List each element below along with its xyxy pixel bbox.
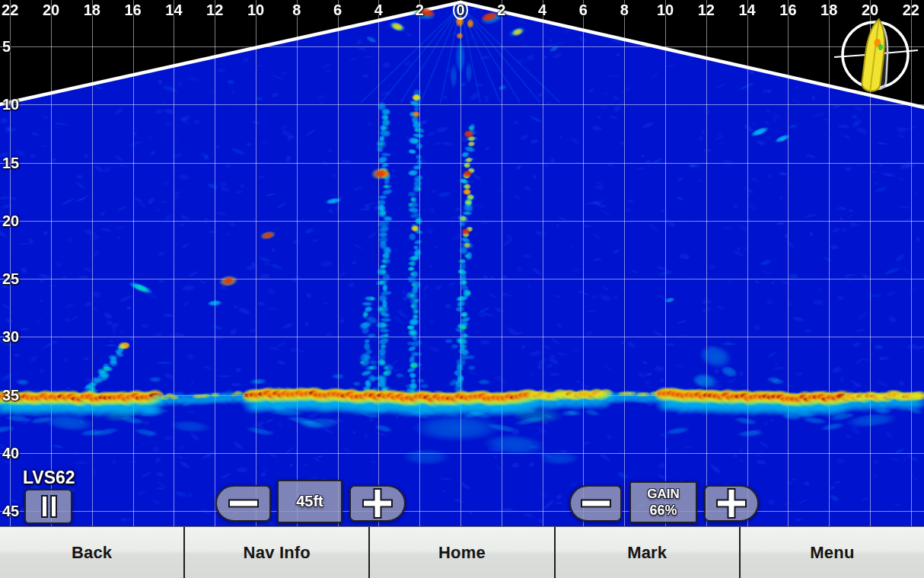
fishfinder-screen: 2220181614121086420246810121416182022 51…	[0, 0, 924, 578]
plus-icon	[360, 486, 395, 521]
range-value-display: 45ft	[277, 480, 343, 523]
distance-tick-label: 14	[738, 2, 755, 18]
depth-tick-label: 30	[2, 329, 19, 344]
depth-tick-label: 10	[2, 97, 19, 112]
distance-tick-label: 0	[456, 2, 464, 18]
depth-tick-label: 40	[2, 445, 19, 460]
depth-tick-label: 35	[2, 387, 19, 402]
distance-tick-label: 2	[416, 2, 424, 18]
boat-orientation-indicator	[831, 9, 922, 94]
plus-icon	[714, 486, 749, 521]
menu-button-label: Mark	[627, 543, 667, 563]
gain-increase-button[interactable]	[704, 485, 759, 522]
gain-label: GAIN	[647, 487, 680, 502]
menu-button-label: Menu	[810, 543, 854, 563]
gain-value-text: 66%	[649, 503, 677, 519]
distance-tick-label: 16	[124, 2, 141, 18]
gain-value-display: GAIN 66%	[629, 481, 697, 523]
depth-tick-label: 15	[2, 155, 19, 170]
distance-tick-label: 8	[292, 2, 301, 18]
menu-button-home[interactable]: Home	[368, 527, 553, 578]
distance-tick-label: 10	[657, 2, 674, 18]
depth-tick-label: 20	[2, 212, 19, 228]
distance-tick-label: 18	[84, 2, 100, 18]
menu-button-nav-info[interactable]: Nav Info	[183, 527, 368, 578]
depth-tick-label: 5	[2, 39, 11, 54]
distance-tick-label: 16	[779, 2, 796, 18]
menu-button-label: Home	[438, 543, 486, 563]
distance-tick-label: 4	[374, 2, 383, 18]
distance-tick-label: 14	[165, 2, 182, 18]
gain-decrease-button[interactable]	[569, 485, 622, 522]
distance-tick-label: 12	[698, 2, 715, 18]
range-value-text: 45ft	[296, 493, 323, 510]
distance-tick-label: 6	[579, 2, 588, 18]
range-decrease-button[interactable]	[215, 485, 271, 522]
distance-tick-label: 10	[247, 2, 264, 18]
distance-tick-label: 4	[538, 2, 546, 18]
distance-tick-label: 6	[333, 2, 342, 18]
minus-icon	[226, 486, 261, 521]
bottom-menu-bar: Back Nav Info Home Mark Menu	[0, 526, 924, 578]
depth-tick-label: 45	[2, 503, 19, 519]
menu-button-back[interactable]: Back	[0, 527, 183, 578]
pause-button[interactable]	[24, 489, 72, 524]
distance-tick-label: 8	[620, 2, 629, 18]
livescope-sonar-display[interactable]	[0, 0, 924, 526]
menu-button-menu[interactable]: Menu	[739, 527, 924, 578]
distance-tick-label: 2	[497, 2, 505, 18]
minus-icon	[578, 486, 613, 521]
menu-button-mark[interactable]: Mark	[554, 527, 739, 578]
pause-icon	[32, 491, 65, 522]
range-increase-button[interactable]	[349, 485, 406, 522]
distance-tick-label: 12	[206, 2, 223, 18]
depth-tick-label: 25	[2, 271, 19, 286]
menu-button-label: Nav Info	[244, 543, 311, 563]
distance-tick-label: 20	[43, 2, 59, 18]
distance-tick-label: 22	[2, 2, 18, 18]
menu-button-label: Back	[72, 543, 112, 563]
boat-icon	[831, 9, 922, 94]
transducer-label: LVS62	[23, 468, 75, 488]
